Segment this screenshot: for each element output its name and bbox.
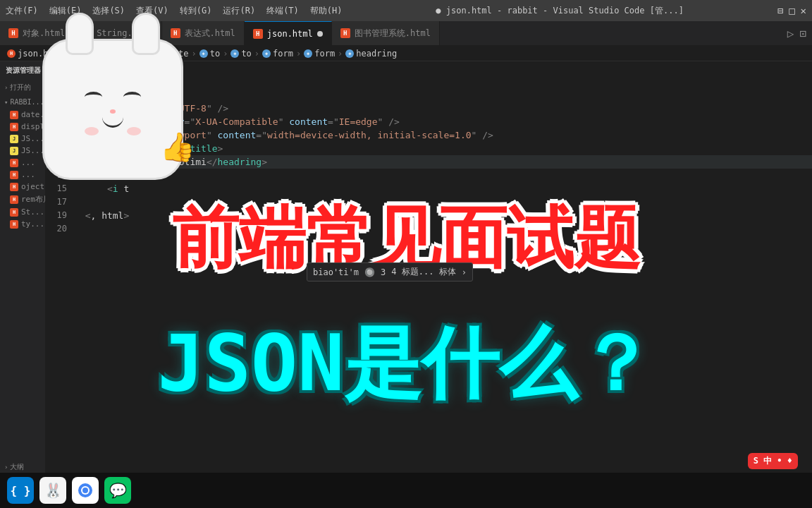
chrome-logo-svg [77,482,94,499]
rabbit-thumb: 👍 [160,131,195,164]
autocomplete-arrow[interactable]: › [462,267,467,277]
open-label: 打开的 [10,83,31,92]
tab-actions[interactable]: ▷ ⊡ [787,21,812,45]
bc-tag-icon5: ◈ [230,49,239,58]
bc-tag-icon4: ◈ [199,49,208,58]
bc-to2: ◈ to [230,49,251,59]
menu-help[interactable]: 帮助(H) [310,5,343,17]
rabbit-eye-right [123,92,141,102]
list-item[interactable]: H date.ht... [0,109,45,121]
html-file-icon: H [10,111,18,119]
window-title: ● json.html - rabbit - Visual Studio Cod… [348,5,772,17]
list-item[interactable]: H display.html [0,121,45,133]
bc-to1: ◈ to [199,49,220,59]
menu-file[interactable]: 文件(F) [6,5,38,17]
wechat-logo: 💬 [109,482,127,499]
sidebar-open-section[interactable]: › 打开的 [0,80,45,95]
rabbit-face: 👍 [42,39,183,180]
tab-tushuguan[interactable]: H 图书管理系统.html [332,21,440,45]
run-icon[interactable]: ▷ [787,27,794,40]
file-name: ... [21,170,35,179]
tab-modified-dot [317,31,323,37]
bc-headring: ◈ headring [345,49,397,59]
maximize-button[interactable]: □ [789,5,794,16]
tab-label: 表达式.html [185,28,235,40]
rabbit-ear-left [66,13,94,55]
html-icon: H [8,28,18,38]
taskbar-chrome-icon[interactable] [72,477,99,504]
taskbar: { } 🐰 💬 [0,473,812,508]
taskbar-rabbit-icon[interactable]: 🐰 [39,477,66,504]
rabbit-eyes [85,92,141,102]
file-name: JS... [21,146,44,155]
menu-goto[interactable]: 转到(G) [180,5,212,17]
rabbit-mouth [102,117,123,128]
sidebar-header: 资源管理器 [0,61,45,80]
js-file-icon: J [10,135,18,143]
list-item[interactable]: H ty... [0,218,45,230]
bc-form2: ◈ form [304,49,335,59]
list-item[interactable]: H oject.html [0,181,45,193]
list-item[interactable]: J JS... [0,145,45,157]
code-line-17: 17 [46,195,812,209]
tab-json[interactable]: H json.html [245,21,332,45]
rabbit-label: RABBI... [10,98,44,106]
chevron-right-icon: › [4,464,8,471]
bc-file-icon: H [7,49,16,58]
vscode-logo: { } [11,484,31,497]
html-file-icon: H [10,171,18,179]
list-item[interactable]: H ... [0,169,45,181]
code-line-20: 20 [46,222,812,236]
bc-form1: ◈ form [262,49,293,59]
svg-point-2 [82,488,88,493]
list-item[interactable]: H St....html [0,206,45,218]
taskbar-vscode-icon[interactable]: { } [7,477,34,504]
html-file-icon: H [10,195,18,204]
file-name: JS... [21,134,44,143]
file-name: ... [21,158,35,167]
autocomplete-hint1: 3 [381,267,386,277]
taskbar-wechat-icon[interactable]: 💬 [104,477,131,504]
menu-run[interactable]: 运行(R) [223,5,255,17]
autocomplete-text: biao'ti'm [313,267,359,277]
menu-terminal[interactable]: 终端(T) [266,5,299,17]
autocomplete-popup[interactable]: biao'ti'm 🔘 3 4 标题... 标体 › [307,262,473,282]
rabbit-mascot: 👍 [42,39,197,194]
js-file-icon: J [10,147,18,155]
file-name: St....html [21,207,45,217]
sidebar-rabbit-section[interactable]: ▾ RABBI... [0,95,45,109]
autocomplete-icon: 🔘 [364,267,375,277]
rabbit-eye-left [85,92,102,102]
file-name: rem布局.html [21,194,45,205]
html-icon: H [340,28,350,38]
bc-tag-icon7: ◈ [304,49,312,58]
bc-tag-icon6: ◈ [262,49,271,58]
rabbit-ears [66,13,160,55]
autocomplete-hint2: 4 标题... 标体 [391,266,455,278]
file-name: date.ht... [21,110,45,119]
rabbit-logo: 🐰 [44,482,62,499]
list-item[interactable]: H rem布局.html [0,193,45,206]
window-controls[interactable]: ⊟ □ ✕ [777,5,806,16]
file-name: oject.html [21,182,45,191]
menu-bar[interactable]: 文件(F) 编辑(E) 选择(S) 查看(V) 转到(G) 运行(R) 终端(T… [6,5,343,17]
html-icon: H [171,28,180,38]
bc-tag-icon8: ◈ [345,49,354,58]
list-item[interactable]: J JS... [0,133,45,145]
ime-badge: S 中 • ♦ [748,453,798,469]
html-file-icon: H [10,183,18,191]
split-editor-icon[interactable]: ⊡ [799,27,806,40]
outline-label: 大纲 [10,462,24,472]
html-file-icon: H [10,123,18,131]
tab-label: 图书管理系统.html [355,28,431,40]
chevron-right-icon: › [4,84,8,91]
close-button[interactable]: ✕ [801,5,806,16]
file-name: ty... [21,219,44,229]
sidebar: 资源管理器 › 打开的 ▾ RABBI... H date.ht... H di… [0,61,46,490]
minimize-button[interactable]: ⊟ [777,5,783,16]
blush-left [85,127,99,135]
list-item[interactable]: H ... [0,157,45,169]
blush-right [127,127,141,135]
tab-label: 对象.html [23,28,65,40]
html-icon: H [253,29,263,39]
